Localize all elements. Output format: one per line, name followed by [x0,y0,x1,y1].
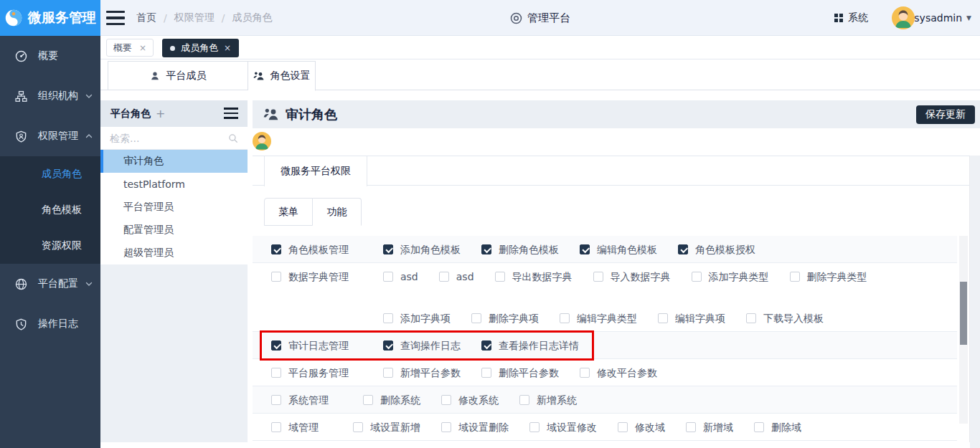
permission-item[interactable]: 编辑字典项 [658,313,725,324]
checkbox-unchecked[interactable] [383,368,393,378]
checkbox-unchecked[interactable] [271,422,281,432]
tab-overview[interactable]: 概要 × [106,39,154,57]
checkbox-unchecked[interactable] [481,368,491,378]
checkbox-unchecked[interactable] [383,313,393,323]
checkbox-checked[interactable] [580,244,590,254]
permission-item[interactable]: 新增域 [686,421,733,433]
sidebar-item-organization[interactable]: 组织机构 [0,76,100,116]
checkbox-checked[interactable] [481,340,491,351]
sidebar-item-resource-permissions[interactable]: 资源权限 [0,228,100,264]
checkbox-unchecked[interactable] [580,368,590,378]
scrollbar-thumb[interactable] [960,282,967,345]
checkbox-unchecked[interactable] [529,422,540,432]
permission-item[interactable]: 导出数据字典 [495,271,573,282]
checkbox-unchecked[interactable] [441,395,451,405]
checkbox-checked[interactable] [383,340,393,351]
permission-item[interactable]: 编辑字典类型 [560,313,637,324]
app-logo[interactable]: 微服务管理 [0,0,100,36]
sidebar-item-role-templates[interactable]: 角色模板 [0,192,100,228]
role-list-item[interactable]: 配置管理员 [100,219,248,242]
checkbox-unchecked[interactable] [271,395,281,405]
permission-item[interactable]: 添加角色模板 [383,244,461,255]
checkbox-unchecked[interactable] [790,272,800,282]
role-list-item[interactable]: testPlatform [100,173,248,196]
scrollbar-track[interactable] [959,236,968,424]
permission-item[interactable]: 修改平台参数 [580,367,657,378]
add-role-button[interactable]: + [156,107,165,120]
permission-item[interactable]: 删除平台参数 [481,367,559,378]
search-icon[interactable] [228,133,238,143]
checkbox-unchecked[interactable] [271,272,281,282]
permission-item[interactable]: 下载导入模板 [746,313,824,324]
permission-item[interactable]: asd [383,271,418,282]
permission-item[interactable]: 修改域 [618,421,665,433]
checkbox-checked[interactable] [481,244,491,254]
permission-item[interactable]: 平台服务管理 [271,367,349,378]
sidebar-item-operation-logs[interactable]: 操作日志 [0,304,100,344]
permission-item[interactable]: 查看操作日志详情 [481,340,579,351]
permission-item[interactable]: 新增平台参数 [383,367,461,378]
permission-item[interactable]: 域设置修改 [529,421,597,433]
checkbox-unchecked[interactable] [519,395,529,405]
sidebar-item-permissions[interactable]: 权限管理 [0,116,100,156]
permission-item[interactable]: 域设置新增 [353,421,420,433]
close-icon[interactable]: × [224,43,231,53]
checkbox-unchecked[interactable] [353,422,363,432]
tab-function[interactable]: 功能 [313,198,362,226]
checkbox-checked[interactable] [678,244,688,254]
permission-item[interactable]: 新增系统 [519,394,577,406]
checkbox-checked[interactable] [271,244,281,254]
checkbox-checked[interactable] [383,244,393,254]
sidebar-item-member-roles[interactable]: 成员角色 [0,156,100,192]
checkbox-unchecked[interactable] [593,272,603,282]
permission-item[interactable]: 删除域 [754,421,801,433]
role-list-item[interactable]: 超级管理员 [100,242,248,264]
checkbox-unchecked[interactable] [686,422,696,432]
platform-switcher[interactable]: 管理平台 [510,0,570,36]
permission-item[interactable]: 数据字典管理 [271,271,349,282]
role-search-input[interactable] [110,133,217,144]
tab-platform-members[interactable]: 平台成员 [108,61,248,90]
checkbox-unchecked[interactable] [495,272,505,282]
role-list-item[interactable]: 平台管理员 [100,196,248,219]
checkbox-unchecked[interactable] [271,368,281,378]
permission-item[interactable]: 查询操作日志 [383,340,461,351]
user-avatar[interactable] [892,6,915,29]
panel-collapse-icon[interactable] [224,108,238,119]
tab-microservice-platform-permissions[interactable]: 微服务平台权限 [264,156,367,186]
permission-item[interactable]: 导入数据字典 [593,271,671,282]
checkbox-unchecked[interactable] [560,313,570,323]
permission-item[interactable]: 删除字典项 [471,313,539,324]
checkbox-unchecked[interactable] [746,313,756,323]
sidebar-item-overview[interactable]: 概要 [0,36,100,76]
member-avatar[interactable] [253,132,271,151]
breadcrumb-permission[interactable]: 权限管理 [174,11,215,24]
permission-item[interactable]: 角色模板授权 [678,244,755,255]
permission-item[interactable]: 添加字典类型 [692,271,769,282]
checkbox-unchecked[interactable] [658,313,668,323]
breadcrumb-home[interactable]: 首页 [136,11,156,24]
permission-item[interactable]: 修改系统 [441,394,499,406]
checkbox-unchecked[interactable] [363,395,373,405]
checkbox-unchecked[interactable] [439,272,449,282]
permission-item[interactable]: 系统管理 [271,394,329,406]
permission-item[interactable]: 删除字典类型 [790,271,867,282]
checkbox-unchecked[interactable] [441,422,451,432]
checkbox-unchecked[interactable] [754,422,764,432]
close-icon[interactable]: × [139,43,146,53]
tab-member-roles-active[interactable]: 成员角色 × [162,39,239,57]
checkbox-unchecked[interactable] [618,422,628,432]
permission-item[interactable]: asd [439,271,474,282]
permission-item[interactable]: 域设置删除 [441,421,509,433]
save-update-button[interactable]: 保存更新 [916,105,975,124]
checkbox-unchecked[interactable] [692,272,702,282]
permission-item[interactable]: 编辑角色模板 [580,244,657,255]
tab-role-settings[interactable]: 角色设置 [248,61,316,91]
permission-item[interactable]: 删除角色模板 [481,244,559,255]
permission-item[interactable]: 删除系统 [363,394,420,406]
checkbox-unchecked[interactable] [383,272,393,282]
permission-item[interactable]: 域管理 [271,421,319,433]
permission-item[interactable]: 审计日志管理 [271,340,349,351]
user-dropdown[interactable]: sysadmin ▼ [914,0,971,36]
permission-item[interactable]: 添加字典项 [383,313,451,324]
